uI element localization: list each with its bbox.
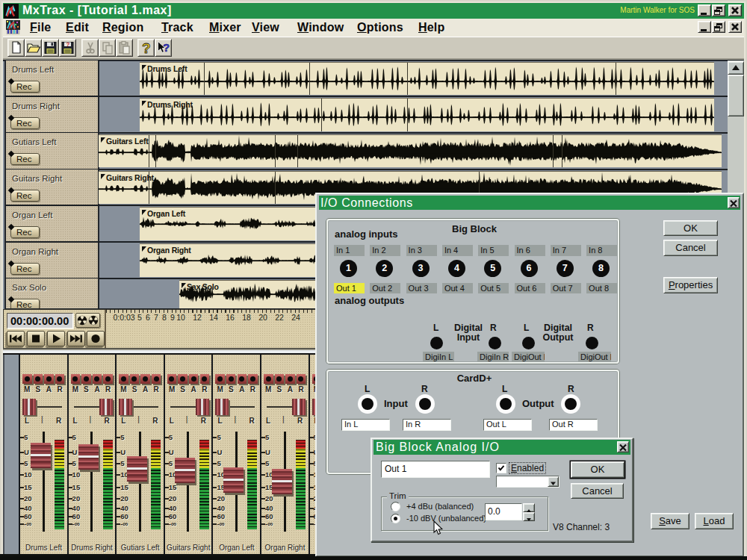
svg-text:?: ? <box>66 41 70 48</box>
svg-text:?: ? <box>142 40 151 56</box>
